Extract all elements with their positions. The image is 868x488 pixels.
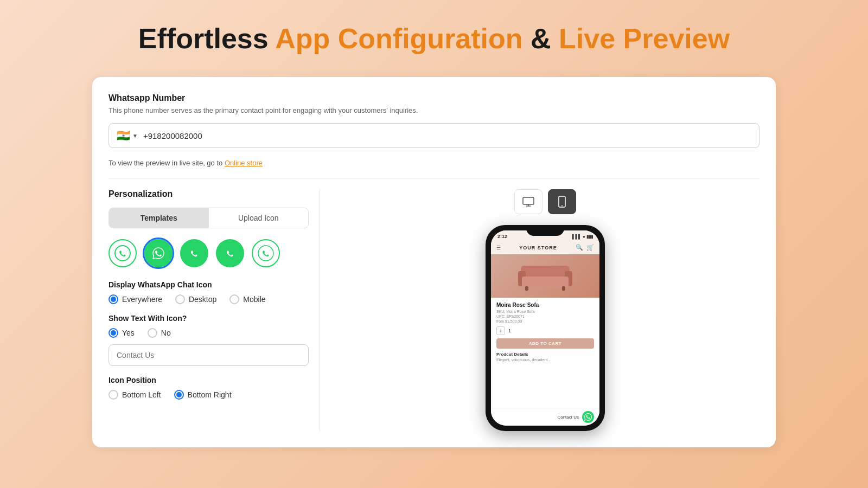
icon-position-group: Icon Position Bottom Left Bottom Right (108, 376, 309, 400)
wa-template-icon-4[interactable] (216, 239, 244, 267)
display-icon-radio-group: Everywhere Desktop Mobile (108, 294, 309, 304)
main-card: Whatsapp Number This phone number serves… (92, 77, 776, 447)
add-to-cart-btn[interactable]: ADD TO CART (496, 338, 594, 349)
icon-position-label: Icon Position (108, 376, 309, 384)
product-details-header: Prodcut Details (496, 352, 594, 357)
flag-selector[interactable]: 🇮🇳 ▼ (117, 129, 138, 142)
quantity-row: + 1 (496, 326, 594, 335)
template-icons (108, 239, 309, 267)
whatsapp-section: Whatsapp Number This phone number serves… (108, 93, 760, 167)
radio-desktop-label: Desktop (189, 295, 216, 304)
radio-bottom-right-circle (174, 390, 184, 400)
contact-us-text: Contact Us (557, 415, 579, 420)
product-sku: SKU: Moira Rose Sofa (496, 310, 594, 313)
section-divider (108, 178, 760, 178)
whatsapp-float-icon[interactable] (582, 411, 594, 423)
title-word3: & (531, 23, 559, 54)
phone-nav-bar: ☰ YOUR STORE 🔍 🛒 (491, 241, 599, 254)
product-upc: UPC: EFS26071 (496, 314, 594, 318)
phone-time: 2:12 (497, 234, 507, 239)
phone-status-icons: ▌▌▌ ● ▮▮▮ (572, 234, 593, 239)
radio-mobile[interactable]: Mobile (229, 294, 265, 304)
radio-mobile-circle (229, 294, 239, 304)
svg-point-9 (561, 206, 563, 207)
mobile-device-btn[interactable] (548, 189, 576, 214)
preview-note: To view the preview in live site, go to … (108, 159, 760, 167)
svg-point-0 (115, 246, 130, 261)
radio-bottom-left[interactable]: Bottom Left (108, 390, 161, 400)
radio-yes-circle (108, 328, 118, 338)
whatsapp-chat-icon (584, 413, 592, 421)
display-icon-group: Display WhatsApp Chat Icon Everywhere De… (108, 280, 309, 304)
svg-rect-13 (522, 277, 569, 287)
phone-input-wrapper: 🇮🇳 ▼ (108, 123, 760, 148)
product-info: Moira Rose Sofa SKU: Moira Rose Sofa UPC… (491, 298, 599, 366)
svg-rect-3 (221, 245, 239, 262)
qty-minus-btn[interactable]: + (496, 326, 505, 335)
title-word2: App Configuration (275, 23, 522, 54)
online-store-link[interactable]: Online store (225, 159, 263, 167)
search-icon: 🔍 (576, 244, 583, 251)
store-name: YOUR STORE (519, 245, 557, 251)
phone-notch (526, 225, 564, 236)
radio-yes-inner (111, 330, 116, 336)
mobile-icon (558, 196, 566, 208)
phone-number-input[interactable] (143, 131, 751, 140)
tab-templates[interactable]: Templates (109, 208, 209, 228)
monitor-icon (522, 197, 534, 207)
tab-bar: Templates Upload Icon (108, 208, 309, 228)
icon-position-radio-group: Bottom Left Bottom Right (108, 390, 309, 400)
radio-bottom-left-label: Bottom Left (122, 390, 161, 399)
wa-template-icon-5[interactable] (252, 239, 280, 267)
radio-bottom-right-inner (176, 392, 182, 397)
show-text-group: Show Text With Icon? Yes No (108, 314, 309, 366)
cart-icon: 🛒 (586, 244, 594, 251)
product-name: Moira Rose Sofa (496, 302, 594, 308)
wa-template-icon-2[interactable] (144, 239, 173, 267)
phone-frame: 2:12 ▌▌▌ ● ▮▮▮ ☰ YOUR STORE 🔍 🛒 (486, 225, 605, 431)
title-word4: Live Preview (559, 23, 730, 54)
contact-text-input[interactable] (108, 344, 309, 366)
flag-icon: 🇮🇳 (117, 129, 130, 142)
radio-yes[interactable]: Yes (108, 328, 135, 338)
svg-rect-2 (186, 245, 203, 262)
radio-desktop[interactable]: Desktop (175, 294, 216, 304)
radio-everywhere[interactable]: Everywhere (108, 294, 162, 304)
radio-mobile-label: Mobile (243, 295, 265, 304)
chevron-down-icon: ▼ (132, 133, 138, 139)
radio-no-label: No (161, 329, 171, 337)
bottom-panels: Personalization Templates Upload Icon (108, 189, 760, 431)
phone-screen: 2:12 ▌▌▌ ● ▮▮▮ ☰ YOUR STORE 🔍 🛒 (491, 230, 599, 426)
radio-bottom-left-circle (108, 390, 118, 400)
radio-everywhere-inner (111, 297, 116, 302)
right-panel: 2:12 ▌▌▌ ● ▮▮▮ ☰ YOUR STORE 🔍 🛒 (320, 189, 760, 431)
nav-icons: 🔍 🛒 (576, 244, 594, 251)
radio-no-circle (148, 328, 157, 338)
radio-no[interactable]: No (148, 328, 171, 338)
whatsapp-bar: Contact Us (491, 408, 599, 426)
radio-desktop-circle (175, 294, 185, 304)
qty-value: 1 (508, 328, 511, 333)
svg-rect-10 (521, 266, 570, 278)
personalization-title: Personalization (108, 189, 309, 199)
hamburger-icon: ☰ (496, 245, 501, 251)
product-price: from $1,500.00 (496, 319, 594, 323)
page-title: Effortless App Configuration & Live Prev… (138, 22, 730, 55)
wa-template-icon-1[interactable] (108, 239, 137, 267)
left-panel: Personalization Templates Upload Icon (108, 189, 320, 431)
contact-text-wrapper (108, 344, 309, 366)
device-selector (514, 189, 576, 214)
svg-rect-14 (525, 286, 528, 291)
product-description: Elegant, voluptuous, decadent... (496, 358, 594, 362)
desktop-device-btn[interactable] (514, 189, 542, 214)
radio-bottom-right[interactable]: Bottom Right (174, 390, 232, 400)
tab-upload-icon[interactable]: Upload Icon (209, 208, 309, 228)
whatsapp-label: Whatsapp Number (108, 93, 760, 103)
sofa-illustration (515, 261, 575, 291)
display-icon-label: Display WhatsApp Chat Icon (108, 280, 309, 289)
radio-everywhere-circle (108, 294, 118, 304)
wa-template-icon-3[interactable] (180, 239, 208, 267)
svg-rect-15 (562, 286, 565, 291)
svg-point-4 (258, 246, 273, 261)
show-text-radio-group: Yes No (108, 328, 309, 338)
